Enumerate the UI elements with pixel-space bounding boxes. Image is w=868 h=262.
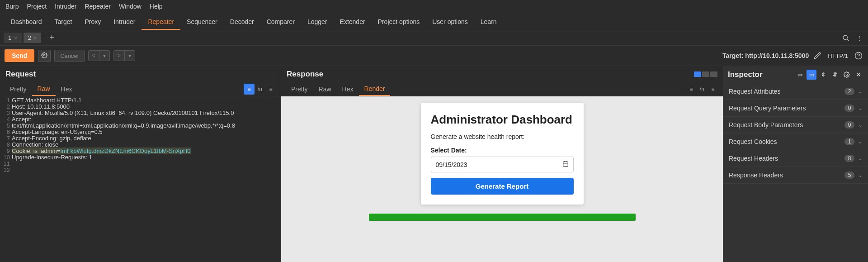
inspector-row-label: Request Headers (729, 155, 844, 162)
edit-target-icon[interactable] (812, 51, 822, 61)
generate-report-button[interactable]: Generate Report (431, 178, 574, 195)
main-split: Request Pretty Raw Hex ≡ \n ≡ 1GET /dash… (0, 66, 868, 262)
actions-icon[interactable]: ≡ (686, 84, 697, 95)
inspector-row-label: Response Headers (729, 171, 844, 179)
response-tab-pretty[interactable]: Pretty (286, 83, 313, 95)
rendered-response: Administrator Dashboard Generate a websi… (281, 96, 723, 262)
date-value: 09/15/2023 (436, 161, 467, 168)
inspector-row-label: Request Cookies (729, 138, 844, 145)
add-tab-button[interactable]: + (47, 32, 57, 43)
request-raw-editor[interactable]: 1GET /dashboard HTTP/1.12Host: 10.10.11.… (0, 96, 281, 262)
menu-intruder[interactable]: Intruder (55, 3, 76, 10)
menu-repeater[interactable]: Repeater (85, 3, 111, 10)
chevron-down-icon[interactable]: ▾ (125, 51, 135, 61)
inspector-row-label: Request Attributes (729, 88, 844, 95)
protocol-badge[interactable]: HTTP/1 (826, 52, 850, 59)
kebab-menu-icon[interactable]: ⋮ (854, 33, 864, 43)
layout-icon[interactable]: ▭ (795, 70, 805, 80)
chevron-down-icon: ⌄ (858, 105, 863, 111)
chevron-down-icon: ⌄ (858, 155, 863, 162)
count-badge: 0 (844, 121, 854, 129)
inspector-row-label: Request Query Parameters (729, 105, 844, 112)
collapse-icon[interactable]: ⇵ (830, 70, 840, 80)
inspector-row[interactable]: Request Headers8⌄ (723, 150, 868, 167)
gear-icon[interactable] (38, 50, 51, 62)
response-tab-hex[interactable]: Hex (337, 83, 359, 95)
inspector-pane: Inspector ▭ ▭ ⇕ ⇵ ✕ Request Attributes2⌄… (723, 66, 868, 262)
tab-sequencer[interactable]: Sequencer (180, 14, 224, 30)
close-icon[interactable]: × (14, 35, 17, 41)
search-icon[interactable] (841, 33, 851, 43)
inspector-row[interactable]: Request Attributes2⌄ (723, 83, 868, 100)
help-icon[interactable] (854, 51, 863, 61)
repeater-tab-1[interactable]: 1× (4, 33, 22, 43)
inspector-row-label: Request Body Parameters (729, 121, 844, 129)
inspector-row[interactable]: Response Headers5⌄ (723, 167, 868, 184)
chevron-left-icon[interactable]: < (89, 51, 99, 61)
hamburger-icon[interactable]: ≡ (708, 84, 718, 95)
gear-icon[interactable] (842, 70, 852, 80)
newline-icon[interactable]: \n (697, 84, 708, 95)
tab-logger[interactable]: Logger (301, 14, 334, 30)
layout-split-v-icon[interactable] (702, 71, 709, 77)
tab-comparer[interactable]: Comparer (260, 14, 301, 30)
inspector-row[interactable]: Request Cookies1⌄ (723, 133, 868, 150)
count-badge: 5 (844, 171, 854, 179)
count-badge: 8 (844, 155, 854, 162)
response-tab-raw[interactable]: Raw (313, 83, 337, 95)
menu-project[interactable]: Project (27, 3, 47, 10)
tab-decoder[interactable]: Decoder (224, 14, 260, 30)
response-pane: Response Pretty Raw Hex Render ≡ \n ≡ Ad… (281, 66, 723, 262)
chevron-down-icon: ⌄ (858, 172, 863, 178)
chevron-down-icon[interactable]: ▾ (99, 51, 109, 61)
hamburger-icon[interactable]: ≡ (265, 84, 276, 95)
nav-forward[interactable]: >▾ (113, 50, 135, 61)
layout-split-h-icon[interactable] (694, 71, 701, 77)
tab-learn[interactable]: Learn (474, 14, 503, 30)
tab-intruder[interactable]: Intruder (107, 14, 142, 30)
target-label: Target: http://10.10.11.8:5000 (722, 52, 809, 59)
actions-icon[interactable]: ≡ (244, 84, 255, 95)
inspector-row[interactable]: Request Query Parameters0⌄ (723, 100, 868, 117)
inspector-title: Inspector (728, 70, 763, 79)
request-tab-pretty[interactable]: Pretty (5, 83, 32, 95)
tab-user-options[interactable]: User options (426, 14, 474, 30)
dashboard-card: Administrator Dashboard Generate a websi… (421, 103, 584, 205)
tab-extender[interactable]: Extender (334, 14, 372, 30)
layout-single-icon[interactable] (710, 71, 717, 77)
date-label: Select Date: (431, 147, 574, 154)
repeater-tab-2[interactable]: 2× (24, 33, 42, 43)
expand-icon[interactable]: ⇕ (818, 70, 828, 80)
chevron-right-icon[interactable]: > (114, 51, 125, 61)
svg-line-1 (847, 39, 849, 41)
tab-project-options[interactable]: Project options (372, 14, 426, 30)
tab-proxy[interactable]: Proxy (78, 14, 107, 30)
menu-window[interactable]: Window (119, 3, 142, 10)
svg-point-2 (43, 54, 45, 56)
cancel-button[interactable]: Cancel (54, 50, 84, 62)
tab-repeater[interactable]: Repeater (142, 14, 180, 30)
repeater-subtabs: 1× 2× + ⋮ (0, 30, 868, 46)
chevron-down-icon: ⌄ (858, 138, 863, 145)
request-tab-hex[interactable]: Hex (56, 83, 78, 95)
response-tab-render[interactable]: Render (359, 82, 391, 96)
tab-dashboard[interactable]: Dashboard (5, 14, 48, 30)
tab-target[interactable]: Target (48, 14, 79, 30)
menu-help[interactable]: Help (150, 3, 163, 10)
close-icon[interactable]: ✕ (854, 70, 863, 80)
svg-rect-5 (563, 162, 568, 167)
newline-icon[interactable]: \n (255, 84, 265, 95)
calendar-icon[interactable] (562, 161, 569, 168)
layout-icon-active[interactable]: ▭ (807, 70, 816, 80)
dashboard-subtext: Generate a website health report: (431, 133, 574, 140)
nav-back[interactable]: <▾ (88, 50, 110, 61)
request-tab-raw[interactable]: Raw (32, 82, 56, 96)
date-input[interactable]: 09/15/2023 (431, 157, 574, 172)
send-button[interactable]: Send (5, 49, 34, 62)
main-tabbar: Dashboard Target Proxy Intruder Repeater… (0, 13, 868, 30)
inspector-row[interactable]: Request Body Parameters0⌄ (723, 117, 868, 133)
close-icon[interactable]: × (34, 35, 37, 41)
menu-burp[interactable]: Burp (5, 3, 19, 10)
svg-point-0 (843, 35, 847, 39)
count-badge: 1 (844, 138, 854, 145)
